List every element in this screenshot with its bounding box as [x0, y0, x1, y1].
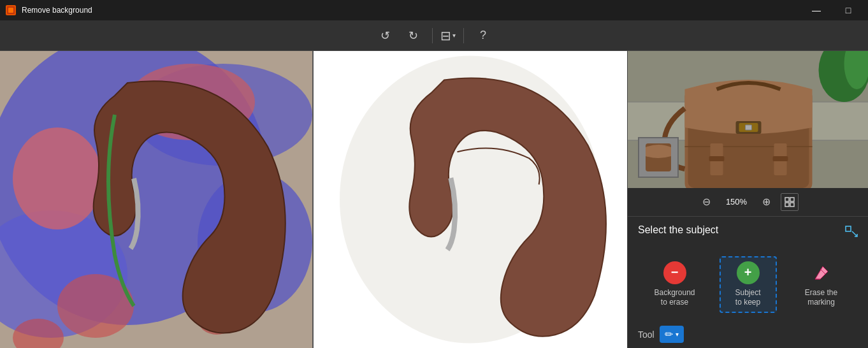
minus-icon: −: [663, 261, 686, 284]
svg-rect-38: [790, 203, 794, 207]
dropdown-arrow-icon: ▾: [676, 331, 679, 338]
image-button[interactable]: ⊟ ▾: [440, 28, 456, 43]
thumbnail-overlay: [638, 137, 679, 178]
svg-rect-2: [8, 8, 13, 13]
help-button[interactable]: ?: [472, 24, 495, 47]
canvas-divider: [312, 51, 314, 348]
main-area: ⊖ 150% ⊕ Select the subject: [0, 51, 868, 348]
subject-keep-tool[interactable]: + Subjectto keep: [720, 256, 777, 313]
app-title: Remove background: [22, 6, 802, 15]
canvas-area: [0, 51, 627, 348]
eraser-icon: [810, 261, 833, 284]
zoom-controls: ⊖ 150% ⊕: [628, 188, 868, 217]
svg-rect-37: [785, 203, 789, 207]
erase-marking-label: Erase themarking: [805, 288, 837, 308]
tool-row: Tool ✏ ▾: [628, 321, 868, 348]
right-canvas-svg: [314, 51, 627, 348]
erase-marking-tool[interactable]: Erase themarking: [793, 256, 850, 313]
zoom-out-button[interactable]: ⊖: [698, 193, 716, 211]
fit-icon: [785, 197, 795, 207]
plus-icon: +: [737, 261, 760, 284]
select-subject-icon: [845, 226, 858, 238]
svg-rect-35: [785, 198, 789, 201]
svg-rect-31: [709, 156, 725, 161]
right-canvas: [314, 51, 627, 348]
undo-button[interactable]: ↺: [373, 24, 396, 47]
subject-keep-label: Subjectto keep: [735, 288, 760, 308]
right-panel: ⊖ 150% ⊕ Select the subject: [627, 51, 868, 348]
tool-buttons: − Backgroundto erase + Subjectto keep: [628, 256, 868, 313]
svg-rect-39: [846, 226, 851, 231]
subject-icon-button[interactable]: [845, 226, 858, 242]
left-canvas[interactable]: [0, 51, 312, 348]
title-bar: Remove background — □: [0, 0, 868, 20]
svg-point-8: [13, 127, 102, 229]
app-icon: [5, 4, 17, 16]
svg-rect-32: [773, 156, 788, 161]
subject-section: Select the subject: [628, 217, 868, 256]
pencil-icon: ✏: [665, 328, 673, 340]
zoom-in-button[interactable]: ⊕: [758, 193, 776, 211]
toolbar-separator-2: [463, 28, 464, 43]
preview-container: [628, 51, 868, 188]
left-canvas-svg: [0, 51, 312, 348]
toolbar: ↺ ↻ ⊟ ▾ ?: [0, 20, 868, 51]
redo-button[interactable]: ↻: [401, 24, 424, 47]
svg-rect-36: [790, 198, 794, 201]
zoom-value: 150%: [721, 197, 753, 207]
toolbar-separator-1: [432, 28, 433, 43]
tool-label: Tool: [638, 330, 655, 340]
svg-rect-27: [746, 125, 752, 130]
subject-title: Select the subject: [638, 224, 718, 236]
window-controls: — □: [802, 0, 863, 20]
maximize-button[interactable]: □: [834, 0, 863, 20]
tool-dropdown[interactable]: ✏ ▾: [660, 326, 684, 343]
background-erase-tool[interactable]: − Backgroundto erase: [646, 256, 704, 313]
background-erase-label: Backgroundto erase: [654, 288, 695, 308]
fit-button[interactable]: [781, 193, 799, 211]
minimize-button[interactable]: —: [802, 0, 831, 20]
thumbnail-image: [639, 138, 677, 177]
